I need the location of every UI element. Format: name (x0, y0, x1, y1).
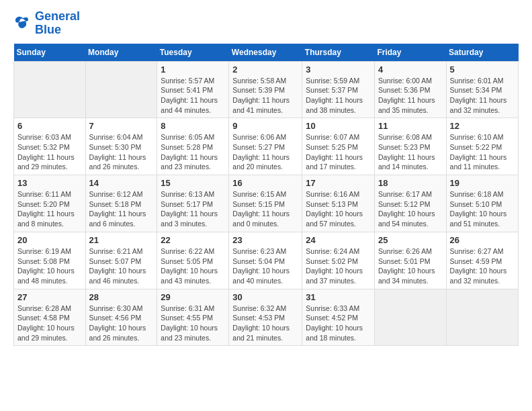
calendar-cell: 2Sunrise: 5:58 AM Sunset: 5:39 PM Daylig… (229, 61, 302, 118)
calendar-cell (374, 289, 446, 346)
day-info: Sunrise: 6:12 AM Sunset: 5:18 PM Dayligh… (89, 189, 154, 229)
day-info: Sunrise: 6:00 AM Sunset: 5:36 PM Dayligh… (378, 76, 443, 116)
day-info: Sunrise: 6:13 AM Sunset: 5:17 PM Dayligh… (161, 189, 225, 229)
day-number: 12 (450, 121, 515, 131)
day-number: 14 (89, 178, 154, 188)
day-info: Sunrise: 6:31 AM Sunset: 4:55 PM Dayligh… (161, 304, 225, 343)
day-info: Sunrise: 6:17 AM Sunset: 5:12 PM Dayligh… (378, 189, 443, 229)
weekday-header: Monday (85, 44, 157, 62)
weekday-header: Tuesday (157, 44, 229, 62)
day-info: Sunrise: 5:57 AM Sunset: 5:41 PM Dayligh… (161, 76, 225, 116)
day-number: 13 (17, 178, 82, 188)
calendar-cell: 1Sunrise: 5:57 AM Sunset: 5:41 PM Daylig… (157, 61, 229, 118)
day-info: Sunrise: 6:04 AM Sunset: 5:30 PM Dayligh… (89, 132, 154, 172)
day-info: Sunrise: 6:03 AM Sunset: 5:32 PM Dayligh… (17, 132, 82, 172)
day-number: 6 (17, 121, 82, 131)
day-info: Sunrise: 6:06 AM Sunset: 5:27 PM Dayligh… (232, 132, 298, 172)
day-info: Sunrise: 6:30 AM Sunset: 4:56 PM Dayligh… (89, 304, 154, 343)
day-number: 1 (161, 64, 225, 75)
calendar-cell: 18Sunrise: 6:17 AM Sunset: 5:12 PM Dayli… (374, 175, 446, 232)
calendar-table: SundayMondayTuesdayWednesdayThursdayFrid… (13, 44, 519, 347)
day-number: 11 (378, 121, 443, 131)
calendar-cell (85, 61, 157, 118)
calendar-cell: 21Sunrise: 6:21 AM Sunset: 5:07 PM Dayli… (85, 232, 157, 289)
day-number: 19 (450, 178, 515, 188)
day-info: Sunrise: 6:01 AM Sunset: 5:34 PM Dayligh… (450, 76, 515, 116)
calendar-cell: 26Sunrise: 6:27 AM Sunset: 4:59 PM Dayli… (446, 232, 518, 289)
calendar-cell (14, 61, 86, 118)
calendar-week-row: 6Sunrise: 6:03 AM Sunset: 5:32 PM Daylig… (14, 118, 519, 175)
weekday-header: Wednesday (229, 44, 302, 62)
day-info: Sunrise: 6:10 AM Sunset: 5:22 PM Dayligh… (450, 132, 515, 172)
day-number: 5 (450, 64, 515, 75)
calendar-cell: 25Sunrise: 6:26 AM Sunset: 5:01 PM Dayli… (374, 232, 446, 289)
calendar-week-row: 1Sunrise: 5:57 AM Sunset: 5:41 PM Daylig… (14, 61, 519, 118)
day-info: Sunrise: 6:15 AM Sunset: 5:15 PM Dayligh… (232, 189, 298, 229)
day-number: 10 (306, 121, 371, 131)
calendar-cell: 9Sunrise: 6:06 AM Sunset: 5:27 PM Daylig… (229, 118, 302, 175)
calendar-cell: 13Sunrise: 6:11 AM Sunset: 5:20 PM Dayli… (14, 175, 86, 232)
calendar-cell: 11Sunrise: 6:08 AM Sunset: 5:23 PM Dayli… (374, 118, 446, 175)
calendar-cell: 8Sunrise: 6:05 AM Sunset: 5:28 PM Daylig… (157, 118, 229, 175)
calendar-cell: 6Sunrise: 6:03 AM Sunset: 5:32 PM Daylig… (14, 118, 86, 175)
day-info: Sunrise: 6:24 AM Sunset: 5:02 PM Dayligh… (306, 246, 371, 286)
day-number: 16 (232, 178, 298, 188)
calendar-cell: 14Sunrise: 6:12 AM Sunset: 5:18 PM Dayli… (85, 175, 157, 232)
day-number: 3 (306, 64, 371, 75)
calendar-cell: 15Sunrise: 6:13 AM Sunset: 5:17 PM Dayli… (157, 175, 229, 232)
day-number: 18 (378, 178, 443, 188)
day-number: 26 (450, 235, 515, 245)
calendar-cell: 22Sunrise: 6:22 AM Sunset: 5:05 PM Dayli… (157, 232, 229, 289)
day-info: Sunrise: 6:07 AM Sunset: 5:25 PM Dayligh… (306, 132, 371, 172)
day-number: 25 (378, 235, 443, 245)
day-number: 24 (306, 235, 371, 245)
day-number: 2 (232, 64, 298, 75)
day-info: Sunrise: 6:32 AM Sunset: 4:53 PM Dayligh… (232, 304, 298, 343)
day-info: Sunrise: 6:18 AM Sunset: 5:10 PM Dayligh… (450, 189, 515, 229)
day-info: Sunrise: 6:08 AM Sunset: 5:23 PM Dayligh… (378, 132, 443, 172)
day-number: 23 (232, 235, 298, 245)
calendar-header-row: SundayMondayTuesdayWednesdayThursdayFrid… (14, 44, 519, 62)
calendar-week-row: 13Sunrise: 6:11 AM Sunset: 5:20 PM Dayli… (14, 175, 519, 232)
day-number: 30 (232, 292, 298, 302)
calendar-cell (446, 289, 518, 346)
calendar-cell: 28Sunrise: 6:30 AM Sunset: 4:56 PM Dayli… (85, 289, 157, 346)
logo-text: General Blue (35, 10, 80, 37)
calendar-cell: 29Sunrise: 6:31 AM Sunset: 4:55 PM Dayli… (157, 289, 229, 346)
day-number: 21 (89, 235, 154, 245)
day-number: 28 (89, 292, 154, 302)
day-info: Sunrise: 6:05 AM Sunset: 5:28 PM Dayligh… (161, 132, 225, 172)
calendar-week-row: 27Sunrise: 6:28 AM Sunset: 4:58 PM Dayli… (14, 289, 519, 346)
calendar-cell: 20Sunrise: 6:19 AM Sunset: 5:08 PM Dayli… (14, 232, 86, 289)
calendar-cell: 12Sunrise: 6:10 AM Sunset: 5:22 PM Dayli… (446, 118, 518, 175)
calendar-cell: 24Sunrise: 6:24 AM Sunset: 5:02 PM Dayli… (302, 232, 375, 289)
calendar-body: 1Sunrise: 5:57 AM Sunset: 5:41 PM Daylig… (14, 61, 519, 346)
calendar-cell: 3Sunrise: 5:59 AM Sunset: 5:37 PM Daylig… (302, 61, 375, 118)
calendar-cell: 4Sunrise: 6:00 AM Sunset: 5:36 PM Daylig… (374, 61, 446, 118)
day-number: 9 (232, 121, 298, 131)
weekday-header: Thursday (302, 44, 375, 62)
calendar-cell: 23Sunrise: 6:23 AM Sunset: 5:04 PM Dayli… (229, 232, 302, 289)
calendar-cell: 10Sunrise: 6:07 AM Sunset: 5:25 PM Dayli… (302, 118, 375, 175)
day-info: Sunrise: 6:28 AM Sunset: 4:58 PM Dayligh… (17, 304, 82, 343)
day-number: 20 (17, 235, 82, 245)
day-info: Sunrise: 6:23 AM Sunset: 5:04 PM Dayligh… (232, 246, 298, 286)
logo-icon (13, 14, 32, 33)
day-number: 31 (306, 292, 371, 302)
day-number: 17 (306, 178, 371, 188)
day-number: 22 (161, 235, 225, 245)
day-info: Sunrise: 5:58 AM Sunset: 5:39 PM Dayligh… (232, 76, 298, 116)
day-number: 27 (17, 292, 82, 302)
day-info: Sunrise: 6:11 AM Sunset: 5:20 PM Dayligh… (17, 189, 82, 229)
day-info: Sunrise: 5:59 AM Sunset: 5:37 PM Dayligh… (306, 76, 371, 116)
logo: General Blue (13, 10, 80, 37)
day-info: Sunrise: 6:27 AM Sunset: 4:59 PM Dayligh… (450, 246, 515, 286)
weekday-header: Saturday (446, 44, 518, 62)
day-number: 7 (89, 121, 154, 131)
calendar-cell: 19Sunrise: 6:18 AM Sunset: 5:10 PM Dayli… (446, 175, 518, 232)
day-info: Sunrise: 6:22 AM Sunset: 5:05 PM Dayligh… (161, 246, 225, 286)
weekday-header: Sunday (14, 44, 86, 62)
day-info: Sunrise: 6:26 AM Sunset: 5:01 PM Dayligh… (378, 246, 443, 286)
calendar-cell: 5Sunrise: 6:01 AM Sunset: 5:34 PM Daylig… (446, 61, 518, 118)
calendar-week-row: 20Sunrise: 6:19 AM Sunset: 5:08 PM Dayli… (14, 232, 519, 289)
